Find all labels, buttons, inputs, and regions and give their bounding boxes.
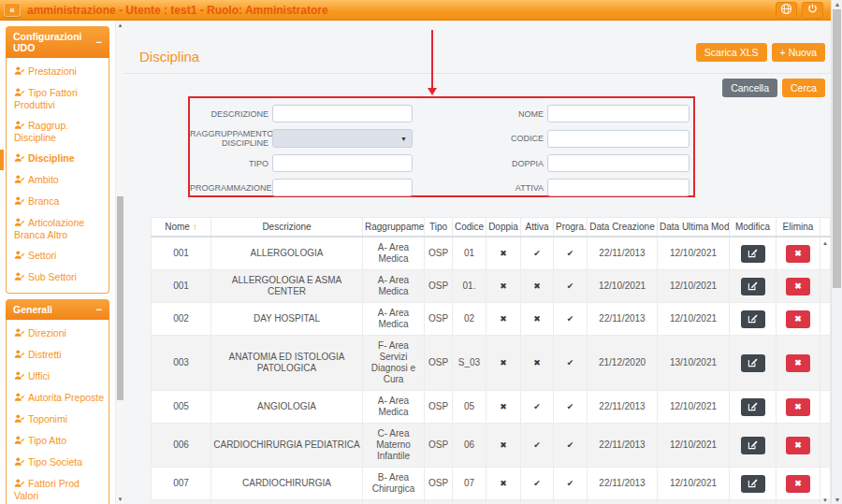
cell-modifica [730, 391, 777, 424]
sidebar-item-sub-settori[interactable]: Sub Settori [7, 266, 109, 288]
sidebar-item-raggrup-discipline[interactable]: Raggrup. Discipline [7, 115, 109, 148]
sidebar-item-toponimi[interactable]: Toponimi [7, 409, 109, 430]
edit-button[interactable] [741, 278, 765, 295]
programmazione-flag: ✔ [554, 336, 588, 391]
cell-nome: 008 [152, 500, 211, 504]
nome-input[interactable] [547, 105, 690, 122]
cell-blank [820, 270, 831, 303]
tipo-input[interactable] [272, 154, 413, 172]
column-header-nome[interactable]: Nome↑ [152, 218, 211, 238]
sidebar-item-tipo-societa[interactable]: Tipo Societa [7, 452, 109, 473]
sidebar-item-settori[interactable]: Settori [7, 245, 109, 266]
column-header-attiva[interactable]: Attiva [521, 218, 554, 238]
sidebar-item-distretti[interactable]: Distretti [7, 344, 109, 366]
descrizione-input[interactable] [272, 105, 413, 122]
sidebar-item-uffici[interactable]: Uffici [7, 366, 109, 387]
sidebar-item-autorita-preposte[interactable]: Autorita Preposte [7, 387, 109, 409]
sidebar-item-direzioni[interactable]: Direzioni [7, 323, 109, 344]
column-header-blank [820, 218, 831, 238]
check-icon: ✔ [567, 479, 574, 488]
search-filter-form: DESCRIZIONENOMERAGGRUPPAMENTO DISCIPLINE… [188, 96, 695, 197]
sidebar-item-articolazione-branca-altro[interactable]: Articolazione Branca Altro [7, 212, 109, 245]
attiva-label: ATTIVA [439, 183, 544, 193]
sidebar-item-tipo-atto[interactable]: Tipo Atto [7, 430, 109, 452]
clear-button[interactable]: Cancella [722, 79, 777, 97]
edit-button[interactable] [741, 354, 765, 372]
cell-descrizione: ALLERGOLOGIA E ASMA CENTER [211, 270, 363, 303]
column-header-data-creazione[interactable]: Data Creazione [588, 218, 658, 238]
user-edit-icon [14, 413, 25, 425]
page-scrollbar[interactable]: ▲ ▼ [831, 0, 842, 504]
sidebar-item-label: Discipline [28, 152, 75, 164]
search-button[interactable]: Cerca [782, 79, 825, 97]
delete-button[interactable]: ✖ [786, 354, 810, 372]
delete-button[interactable]: ✖ [786, 398, 810, 416]
globe-button[interactable] [776, 2, 797, 19]
column-header-elimina[interactable]: Elimina [777, 218, 820, 238]
sidebar-item-ambito[interactable]: Ambito [7, 169, 109, 191]
delete-button[interactable]: ✖ [786, 475, 810, 493]
edit-button[interactable] [741, 475, 765, 493]
sidebar-section-generali[interactable]: Generali− [6, 299, 109, 320]
attiva-flag: ✖ [521, 270, 554, 303]
delete-button[interactable]: ✖ [786, 310, 810, 328]
programmazione-flag: ✔ [554, 391, 588, 424]
edit-button[interactable] [741, 245, 765, 263]
cell-nome: 003 [152, 336, 211, 391]
sidebar-collapse-button[interactable]: « [4, 3, 21, 17]
programmazione-input[interactable] [272, 179, 413, 196]
column-header-raggruppame[interactable]: Raggruppame... [363, 218, 425, 238]
sidebar-item-discipline[interactable]: Discipline [7, 148, 109, 169]
cell-data-ultima-modifica: 12/10/2021 [658, 270, 730, 303]
column-header-doppia[interactable]: Doppia [486, 218, 521, 238]
sidebar-section-configurazioni-udo[interactable]: Configurazioni UDO− [6, 26, 109, 58]
cell-data-ultima-modifica: 12/10/2021 [658, 500, 730, 504]
sidebar-item-prestazioni[interactable]: Prestazioni [7, 61, 109, 82]
sort-asc-icon: ↑ [193, 222, 197, 232]
sidebar-item-label: Distretti [28, 349, 62, 360]
edit-button[interactable] [741, 437, 765, 454]
edit-button[interactable] [741, 398, 765, 416]
new-button[interactable]: + Nuova [772, 43, 825, 62]
sidebar-item-fattori-prod-valori[interactable]: Fattori Prod Valori [7, 473, 109, 504]
sidebar-item-branca[interactable]: Branca [7, 191, 109, 212]
user-edit-icon [14, 174, 25, 186]
collapse-icon[interactable]: − [96, 305, 102, 314]
table-scroll-down-icon[interactable]: ▼ [822, 497, 828, 503]
attiva-input[interactable] [547, 179, 690, 196]
edit-button[interactable] [741, 310, 765, 328]
cell-elimina: ✖ [777, 468, 820, 500]
delete-button[interactable]: ✖ [786, 437, 810, 454]
raggruppamento-discipline-select[interactable]: ▼ [272, 129, 413, 148]
collapse-icon[interactable]: − [96, 37, 102, 47]
scroll-up-icon[interactable]: ▲ [832, 1, 842, 7]
scroll-up-icon[interactable]: ▲ [116, 22, 124, 28]
check-icon: ✔ [567, 314, 574, 324]
codice-input[interactable] [547, 130, 690, 148]
delete-button[interactable]: ✖ [786, 278, 810, 295]
column-header-tipo[interactable]: Tipo [425, 218, 453, 238]
column-header-data-ultima-modi[interactable]: Data Ultima Modi... [658, 218, 730, 238]
cell-codice: 01 [453, 237, 486, 270]
sidebar-scrollbar-thumb[interactable] [117, 196, 123, 400]
scroll-down-icon[interactable]: ▼ [116, 497, 124, 502]
page-scrollbar-thumb[interactable] [833, 9, 841, 288]
sidebar-scrollbar[interactable]: ▲ ▼ [115, 21, 123, 504]
column-header-codice[interactable]: Codice [453, 218, 486, 238]
column-header-modifica[interactable]: Modifica [730, 218, 777, 238]
cross-icon: ✖ [500, 249, 507, 258]
cell-nome: 006 [152, 424, 211, 468]
delete-button[interactable]: ✖ [786, 245, 810, 263]
chevron-down-icon: ▼ [400, 136, 407, 142]
logout-button[interactable] [802, 2, 823, 19]
sidebar-item-tipo-fattori-produttivi[interactable]: Tipo Fattori Produttivi [7, 82, 109, 115]
column-header-progra[interactable]: Progra... [554, 218, 588, 238]
doppia-flag: ✖ [486, 424, 521, 468]
column-header-descrizione[interactable]: Descrizione [211, 218, 363, 238]
sidebar-section-items: DirezioniDistrettiUfficiAutorita Prepost… [6, 320, 109, 504]
cell-raggruppamento: B- Area Chirurgica [363, 468, 425, 500]
doppia-input[interactable] [547, 154, 690, 172]
table-scroll-up-icon[interactable]: ▲ [822, 240, 828, 246]
download-xls-button[interactable]: Scarica XLS [696, 43, 767, 62]
scroll-down-icon[interactable]: ▼ [832, 497, 842, 503]
